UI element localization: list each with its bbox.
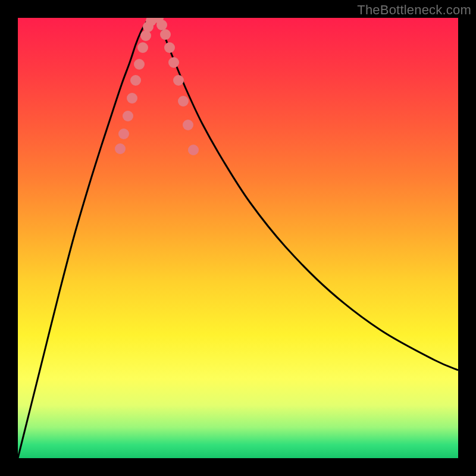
- data-marker: [164, 42, 175, 53]
- chart-svg: [18, 18, 458, 458]
- data-marker: [130, 75, 141, 86]
- data-marker: [178, 96, 189, 107]
- data-marker: [160, 29, 171, 40]
- markers-right: [153, 18, 199, 155]
- data-marker: [115, 143, 126, 154]
- data-marker: [127, 93, 137, 104]
- data-marker: [188, 145, 199, 155]
- plot-area: [18, 18, 458, 458]
- data-marker: [173, 75, 184, 86]
- data-marker: [168, 57, 179, 68]
- data-marker: [123, 111, 133, 121]
- chart-frame: TheBottleneck.com: [0, 0, 476, 476]
- curve-left: [18, 19, 148, 458]
- watermark-text: TheBottleneck.com: [357, 2, 471, 18]
- data-marker: [118, 129, 129, 139]
- curve-right: [158, 19, 458, 370]
- data-marker: [156, 20, 167, 30]
- data-marker: [137, 42, 148, 53]
- data-marker: [183, 120, 193, 130]
- data-marker: [134, 59, 145, 70]
